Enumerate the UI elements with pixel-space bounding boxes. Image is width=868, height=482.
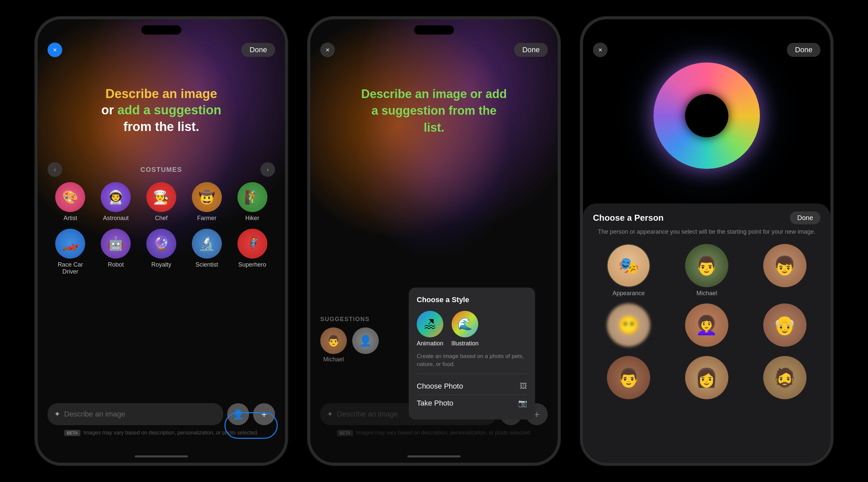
prompt-line2-1: add a suggestion: [117, 103, 221, 117]
item-label-artist: Artist: [64, 215, 77, 222]
prompt-list-2: list.: [424, 121, 444, 134]
close-button-3[interactable]: ×: [593, 42, 608, 57]
phone-screen-2: × Done Describe an image or add a sugges…: [310, 19, 558, 463]
list-item[interactable]: 🧗 Hiker: [232, 182, 272, 222]
input-placeholder-2: Describe an image: [337, 410, 398, 419]
appearance-face: 🎭: [608, 245, 650, 287]
beta-badge-1: BETA: [64, 430, 81, 436]
animation-label: Animation: [417, 340, 443, 347]
list-item[interactable]: 🤠 Farmer: [187, 182, 227, 222]
camera-icon: 📷: [518, 399, 527, 408]
sheet-title: Choose a Person: [593, 213, 663, 223]
list-item[interactable]: 😶: [593, 303, 664, 349]
item-icon-astronaut: 👨‍🚀: [101, 182, 131, 212]
illustration-label: Illustration: [451, 340, 478, 347]
photo-library-icon: 🖼: [520, 382, 527, 391]
style-options: 🏖 Animation 🌊 Illustration: [417, 311, 527, 347]
sheet-subtitle: The person or appearance you select will…: [593, 228, 820, 236]
header-2: × Done: [310, 42, 558, 57]
beta-badge-2: BETA: [337, 430, 353, 436]
phone-screen-3: × Done Choose a Person Done The person o…: [583, 19, 830, 463]
disclaimer-text-1: Images may vary based on description, pe…: [83, 430, 258, 436]
suggestion-avatar-michael[interactable]: 👨 Michael: [320, 327, 347, 363]
prev-section-btn[interactable]: ‹: [48, 162, 62, 177]
take-photo-item[interactable]: Take Photo 📷: [417, 394, 527, 412]
style-option-illustration[interactable]: 🌊 Illustration: [451, 311, 478, 347]
list-item[interactable]: 🎭 Appearance: [593, 244, 664, 297]
list-item[interactable]: 🏎️ Race Car Driver: [50, 229, 90, 276]
list-item[interactable]: 🔮 Royalty: [141, 229, 181, 276]
person-button-1[interactable]: 👤: [227, 403, 249, 425]
done-button-1[interactable]: Done: [242, 43, 275, 57]
list-item[interactable]: 👴: [749, 303, 820, 349]
close-button-2[interactable]: ×: [320, 42, 335, 57]
phone-notch-2: [414, 25, 454, 35]
items-grid-1: 🎨 Artist 👨‍🚀 Astronaut 👨‍🍳 Chef 🤠 Farmer…: [38, 182, 285, 282]
style-popup: Choose a Style 🏖 Animation 🌊 Illustratio…: [409, 288, 535, 419]
item-icon-robot: 🤖: [101, 229, 131, 259]
prompt-or: or: [101, 103, 117, 117]
home-indicator-2: [407, 455, 461, 457]
list-item[interactable]: 👩: [671, 356, 743, 402]
prompt-line1-1: Describe an image: [105, 87, 217, 101]
avatar-person5: 👩‍🦱: [685, 303, 728, 347]
done-button-2[interactable]: Done: [514, 43, 548, 57]
avatar-person3: 👦: [763, 244, 806, 287]
avatar-michael-3: 👨: [685, 244, 728, 287]
person3-emoji: 👦: [773, 255, 796, 277]
item-label-hiker: Hiker: [245, 215, 259, 222]
suggestion-avatar-2[interactable]: 👤: [352, 327, 379, 363]
disclaimer-2: BETA Images may vary based on descriptio…: [320, 430, 548, 436]
person9-emoji: 🧔: [773, 367, 796, 389]
list-item[interactable]: 🧔: [749, 356, 820, 402]
next-icon: ›: [267, 166, 269, 173]
header-3: × Done: [583, 42, 830, 57]
list-item[interactable]: 👨: [593, 356, 664, 402]
sheet-done-button[interactable]: Done: [790, 212, 820, 224]
prompt-text-2: Describe an image or add a suggestion fr…: [310, 86, 558, 136]
item-label-scientist: Scientist: [195, 261, 218, 268]
michael-emoji: 👨: [695, 255, 718, 277]
list-item[interactable]: 👩‍🦱: [671, 303, 743, 349]
iris-container: [653, 63, 760, 169]
add-button-1[interactable]: ＋: [253, 403, 275, 425]
popup-divider: [417, 374, 527, 374]
person-icon-1: 👤: [232, 409, 244, 420]
list-item[interactable]: 🦸 Superhero: [232, 229, 272, 276]
list-item[interactable]: 👨 Michael: [671, 244, 743, 297]
section-header-1: ‹ COSTUMES ›: [38, 162, 285, 177]
item-icon-superhero: 🦸: [238, 229, 268, 259]
iris-ring: [653, 63, 760, 169]
person7-emoji: 👨: [617, 367, 640, 389]
list-item[interactable]: 👨‍🍳 Chef: [141, 182, 181, 222]
person-name-michael-3: Michael: [696, 290, 717, 297]
grid-row-1: 🎨 Artist 👨‍🚀 Astronaut 👨‍🍳 Chef 🤠 Farmer…: [48, 182, 275, 222]
choose-photo-item[interactable]: Choose Photo 🖼: [417, 378, 527, 394]
list-item[interactable]: 👨‍🚀 Astronaut: [96, 182, 136, 222]
item-label-racecar: Race Car Driver: [50, 261, 90, 276]
close-button-1[interactable]: ×: [48, 42, 62, 57]
avatar-person9: 🧔: [763, 356, 806, 399]
list-item[interactable]: 🔬 Scientist: [187, 229, 227, 276]
person-sheet: Choose a Person Done The person or appea…: [583, 203, 830, 463]
describe-input-1[interactable]: ✦ Describe an image: [48, 403, 223, 425]
choose-photo-label: Choose Photo: [417, 382, 463, 391]
list-item[interactable]: 🎨 Artist: [50, 182, 90, 222]
phone-3: × Done Choose a Person Done The person o…: [580, 17, 833, 465]
phone-1: × Done Describe an image or add a sugges…: [35, 17, 288, 465]
phone-2: × Done Describe an image or add a sugges…: [308, 17, 560, 465]
avatar-2: 👤: [352, 327, 379, 354]
iris-center: [685, 94, 728, 137]
person4-emoji: 😶: [617, 315, 640, 336]
disclaimer-text-2: Images may vary based on description, pe…: [356, 430, 531, 436]
disclaimer-1: BETA Images may vary based on descriptio…: [48, 430, 275, 436]
done-button-3[interactable]: Done: [787, 43, 820, 57]
next-section-btn[interactable]: ›: [260, 162, 275, 177]
item-icon-royalty: 🔮: [146, 229, 176, 259]
person-name-appearance: Appearance: [613, 290, 645, 297]
input-row-1: ✦ Describe an image 👤 ＋: [48, 403, 275, 425]
background-gradient-2: [310, 19, 558, 285]
list-item[interactable]: 🤖 Robot: [96, 229, 136, 276]
list-item[interactable]: 👦: [749, 244, 820, 297]
style-option-animation[interactable]: 🏖 Animation: [417, 311, 443, 347]
